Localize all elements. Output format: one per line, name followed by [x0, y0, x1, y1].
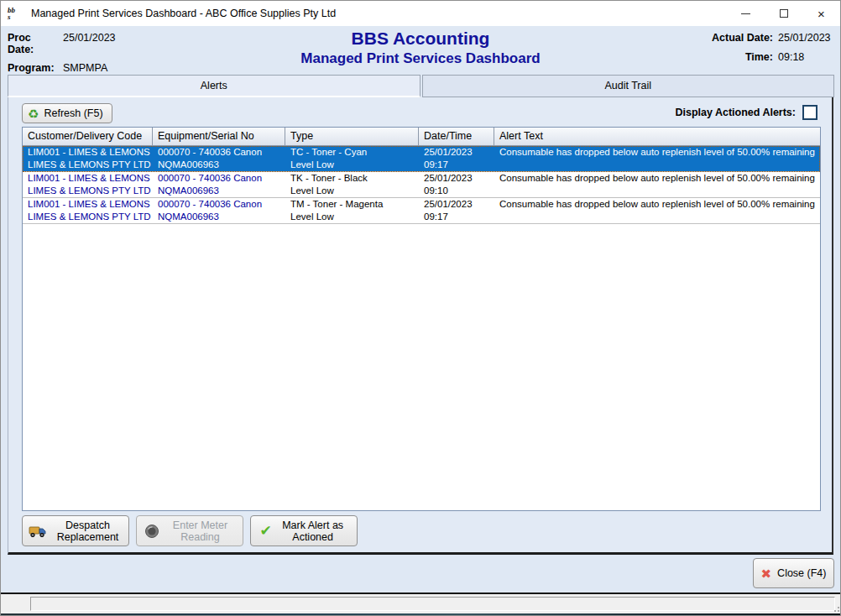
time-label: Time: — [745, 51, 773, 63]
col-datetime[interactable]: Date/Time — [419, 128, 494, 145]
cell-equipment-line2: NQMA006963 — [158, 211, 282, 223]
close-label: Close (F4) — [777, 567, 826, 579]
cell-equipment-line2: NQMA006963 — [158, 185, 282, 197]
tab-strip: Alerts Audit Trail — [1, 75, 840, 97]
table-row[interactable]: LIM001 - LIMES & LEMONSLIMES & LEMONS PT… — [23, 198, 820, 224]
tab-audit-trail[interactable]: Audit Trail — [422, 75, 835, 97]
col-customer[interactable]: Customer/Delivery Code — [23, 128, 153, 145]
cell-time: 09:10 — [424, 185, 491, 197]
cell-equipment-line1: 000070 - 740036 Canon — [158, 198, 282, 211]
mark-alert-actioned-label: Mark Alert as Actioned — [278, 519, 348, 543]
table-row[interactable]: LIM001 - LIMES & LEMONSLIMES & LEMONS PT… — [23, 172, 820, 198]
enter-meter-reading-button: Enter Meter Reading — [136, 515, 243, 546]
app-window: bb s Managed Print Services Dashboard - … — [0, 0, 841, 616]
footer-bar: ✖ Close (F4) — [1, 555, 840, 593]
cell-customer-line2: LIMES & LEMONS PTY LTD — [28, 211, 149, 223]
actual-date-value: 25/01/2023 — [778, 32, 832, 44]
truck-icon — [29, 525, 47, 538]
actual-date-label: Actual Date: — [712, 32, 773, 44]
cell-alert-text: Consumable has dropped below auto replen… — [494, 172, 820, 197]
maximize-button[interactable] — [765, 1, 802, 26]
minimize-button[interactable] — [727, 1, 765, 26]
time-value: 09:18 — [778, 51, 832, 63]
maximize-icon — [780, 9, 788, 18]
cell-customer-line1: LIM001 - LIMES & LEMONS — [28, 172, 149, 185]
cell-type-line2: Level Low — [290, 185, 415, 197]
cell-alert-text: Consumable has dropped below auto replen… — [494, 198, 820, 223]
cell-date: 25/01/2023 — [424, 198, 491, 211]
cell-date: 25/01/2023 — [424, 146, 491, 159]
despatch-replacement-label: Despatch Replacement — [53, 519, 123, 543]
refresh-button[interactable]: ♻ Refresh (F5) — [22, 103, 112, 123]
app-logo-bottom: s — [8, 13, 11, 20]
resize-grip[interactable] — [831, 603, 839, 612]
cell-type-line1: TK - Toner - Black — [290, 172, 415, 185]
status-bar — [1, 594, 840, 613]
close-window-icon: × — [817, 8, 825, 20]
alerts-table: Customer/Delivery Code Equipment/Serial … — [22, 127, 821, 511]
app-logo-icon: bb s — [8, 5, 24, 22]
cell-customer-line2: LIMES & LEMONS PTY LTD — [28, 159, 149, 171]
display-actioned-label: Display Actioned Alerts: — [675, 107, 796, 118]
cell-equipment-line2: NQMA006963 — [158, 159, 282, 171]
refresh-label: Refresh (F5) — [44, 107, 102, 119]
display-actioned-checkbox[interactable] — [802, 105, 817, 120]
cell-type-line2: Level Low — [290, 159, 415, 171]
enter-meter-reading-label: Enter Meter Reading — [165, 519, 236, 543]
col-type[interactable]: Type — [285, 128, 419, 145]
desktop-background-sliver — [1, 613, 840, 615]
cell-equipment-line1: 000070 - 740036 Canon — [158, 146, 282, 159]
cell-time: 09:17 — [424, 211, 491, 223]
cell-type-line1: TC - Toner - Cyan — [290, 146, 415, 159]
cell-equipment-line1: 000070 - 740036 Canon — [158, 172, 282, 185]
minimize-icon — [741, 13, 750, 14]
cell-type-line1: TM - Toner - Magenta — [290, 198, 415, 211]
mark-alert-actioned-button[interactable]: ✔ Mark Alert as Actioned — [250, 515, 358, 546]
cell-date: 25/01/2023 — [424, 172, 491, 185]
cell-time: 09:17 — [424, 159, 491, 171]
col-equipment[interactable]: Equipment/Serial No — [153, 128, 285, 145]
cell-customer-line1: LIM001 - LIMES & LEMONS — [28, 198, 149, 211]
title-bar: bb s Managed Print Services Dashboard - … — [1, 1, 840, 26]
despatch-replacement-button[interactable]: Despatch Replacement — [22, 515, 129, 546]
close-x-icon: ✖ — [761, 567, 772, 580]
status-message-field — [30, 597, 835, 611]
form-header: Proc Date: 25/01/2023 Program: SMPMPA BB… — [1, 26, 840, 75]
cell-type-line2: Level Low — [290, 211, 415, 223]
cell-customer-line1: LIM001 - LIMES & LEMONS — [28, 146, 149, 159]
window-title: Managed Print Services Dashboard - ABC O… — [31, 8, 336, 19]
table-row[interactable]: LIM001 - LIMES & LEMONSLIMES & LEMONS PT… — [23, 146, 820, 172]
gauge-icon — [144, 524, 159, 539]
recycle-icon: ♻ — [28, 107, 39, 120]
cell-alert-text: Consumable has dropped below auto replen… — [494, 146, 820, 171]
check-icon: ✔ — [259, 524, 271, 538]
col-alert-text[interactable]: Alert Text — [494, 128, 820, 145]
alerts-panel: ♻ Refresh (F5) Display Actioned Alerts: … — [8, 97, 833, 555]
table-header-row: Customer/Delivery Code Equipment/Serial … — [23, 128, 820, 146]
cell-customer-line2: LIMES & LEMONS PTY LTD — [28, 185, 149, 197]
close-button[interactable]: ✖ Close (F4) — [753, 558, 834, 588]
close-window-button[interactable]: × — [802, 1, 840, 26]
